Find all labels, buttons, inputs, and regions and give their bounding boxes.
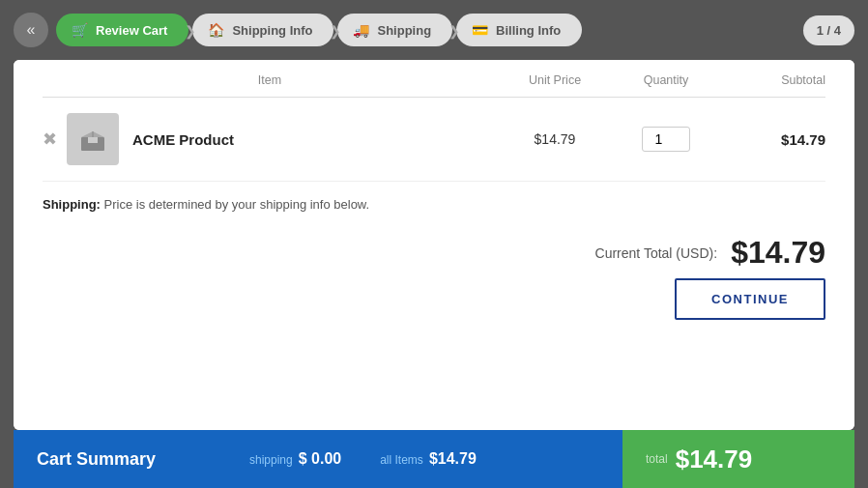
shipping-summary-value: $ 0.00 bbox=[299, 450, 341, 468]
item-subtotal: $14.79 bbox=[719, 131, 825, 148]
cart-icon: 🛒 bbox=[72, 22, 88, 38]
total-tag-label: total bbox=[646, 452, 668, 466]
product-thumbnail bbox=[67, 113, 119, 165]
continue-row: CONTINUE bbox=[43, 278, 825, 330]
step-arrow-3 bbox=[448, 20, 460, 41]
step-shipping-info-label: Shipping Info bbox=[232, 23, 312, 38]
step-review-cart-label: Review Cart bbox=[96, 23, 167, 38]
step-shipping-label: Shipping bbox=[377, 23, 431, 38]
shipping-summary: shipping $ 0.00 bbox=[249, 450, 341, 468]
top-nav: « 🛒 Review Cart 🏠 Shipping Info 🚚 Shippi… bbox=[0, 0, 868, 60]
shipping-note-detail: Price is determined by your shipping inf… bbox=[104, 197, 370, 212]
step-arrow-2 bbox=[330, 20, 341, 41]
total-big-value: $14.79 bbox=[676, 445, 753, 474]
step-counter: 1 / 4 bbox=[803, 15, 854, 45]
home-icon: 🏠 bbox=[208, 22, 224, 38]
all-items-value: $14.79 bbox=[429, 450, 477, 468]
summary-title: Cart Summary bbox=[37, 449, 156, 470]
box-icon bbox=[77, 124, 108, 155]
col-subtotal-header: Subtotal bbox=[719, 73, 825, 87]
col-item-header: Item bbox=[43, 73, 497, 87]
col-qty-header: Quantity bbox=[613, 73, 719, 87]
billing-icon: 💳 bbox=[472, 22, 488, 38]
step-shipping-info[interactable]: 🏠 Shipping Info bbox=[192, 14, 333, 46]
step-billing-info-label: Billing Info bbox=[496, 23, 561, 38]
shipping-note-bold: Shipping: bbox=[43, 197, 101, 212]
back-icon: « bbox=[27, 21, 36, 39]
continue-button[interactable]: CONTINUE bbox=[675, 278, 825, 320]
step-billing-info[interactable]: 💳 Billing Info bbox=[456, 14, 582, 46]
quantity-input[interactable] bbox=[642, 127, 690, 152]
summary-bar: Cart Summary shipping $ 0.00 all Items $… bbox=[14, 430, 854, 488]
step-review-cart[interactable]: 🛒 Review Cart bbox=[56, 14, 188, 46]
all-items-summary: all Items $14.79 bbox=[380, 450, 477, 468]
unit-price: $14.79 bbox=[497, 131, 613, 147]
product-name: ACME Product bbox=[132, 131, 497, 148]
summary-left: Cart Summary bbox=[14, 430, 226, 488]
summary-right: total $14.79 bbox=[622, 430, 854, 488]
total-amount: $14.79 bbox=[731, 235, 825, 271]
step-arrow-1 bbox=[185, 20, 196, 41]
all-items-label: all Items bbox=[380, 453, 423, 467]
table-row: ✖ ACME Product $14.79 $14.79 bbox=[43, 98, 825, 182]
main-content: Item Unit Price Quantity Subtotal ✖ ACME… bbox=[14, 60, 854, 430]
shipping-summary-label: shipping bbox=[249, 453, 293, 467]
svg-rect-2 bbox=[88, 137, 98, 143]
total-label: Current Total (USD): bbox=[595, 245, 718, 261]
table-header: Item Unit Price Quantity Subtotal bbox=[43, 60, 825, 98]
total-row: Current Total (USD): $14.79 bbox=[43, 212, 825, 278]
summary-middle: shipping $ 0.00 all Items $14.79 bbox=[226, 430, 622, 488]
remove-item-icon[interactable]: ✖ bbox=[43, 129, 57, 150]
cart-area: Item Unit Price Quantity Subtotal ✖ ACME… bbox=[14, 60, 854, 430]
col-price-header: Unit Price bbox=[497, 73, 613, 87]
steps-container: 🛒 Review Cart 🏠 Shipping Info 🚚 Shipping… bbox=[56, 14, 854, 46]
quantity-box[interactable] bbox=[613, 127, 719, 152]
step-shipping[interactable]: 🚚 Shipping bbox=[337, 14, 452, 46]
shipping-note: Shipping: Price is determined by your sh… bbox=[43, 182, 825, 212]
back-button[interactable]: « bbox=[14, 13, 48, 47]
truck-icon: 🚚 bbox=[353, 22, 369, 38]
